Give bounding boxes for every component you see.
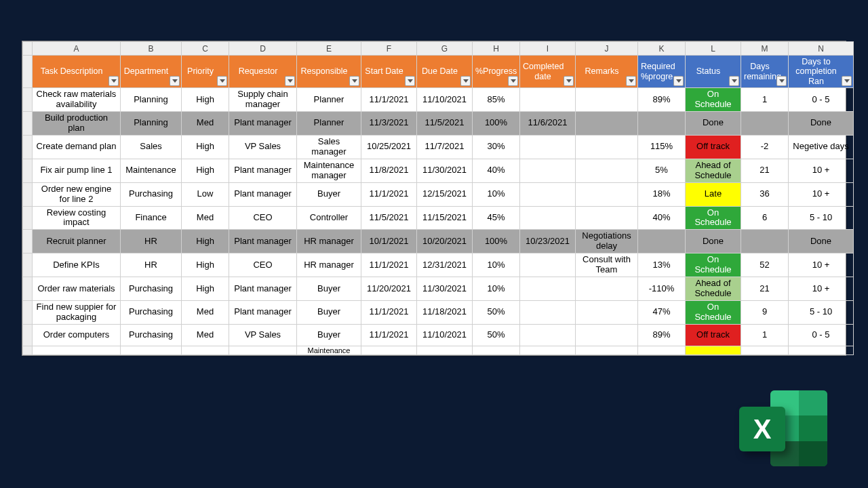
filter-dropdown-icon[interactable]: [170, 76, 180, 86]
cell[interactable]: [576, 182, 638, 206]
cell[interactable]: 11/1/2021: [361, 301, 417, 325]
header-days-remaining[interactable]: Days remaining: [741, 56, 789, 88]
cell[interactable]: High: [182, 253, 229, 277]
cell[interactable]: 11/15/2021: [417, 206, 473, 230]
header-requestor[interactable]: Requestor: [229, 56, 297, 88]
cell[interactable]: 89%: [638, 88, 686, 112]
column-header-M[interactable]: M: [741, 42, 789, 56]
cell[interactable]: Ahead of Schedule: [686, 159, 741, 182]
column-header-L[interactable]: L: [686, 42, 741, 56]
cell[interactable]: 11/30/2021: [417, 159, 473, 182]
filter-dropdown-icon[interactable]: [405, 76, 415, 86]
cell[interactable]: 11/7/2021: [417, 135, 473, 159]
cell[interactable]: 40%: [473, 159, 520, 182]
cell[interactable]: [520, 88, 576, 112]
cell[interactable]: Buyer: [297, 301, 361, 325]
cell[interactable]: Med: [182, 112, 229, 136]
cell[interactable]: 11/8/2021: [361, 159, 417, 182]
cell[interactable]: Buyer: [297, 182, 361, 206]
cell[interactable]: HR: [121, 230, 182, 253]
cell[interactable]: [741, 112, 789, 136]
cell[interactable]: CEO: [229, 253, 297, 277]
cell[interactable]: 85%: [473, 88, 520, 112]
cell[interactable]: [576, 135, 638, 159]
filter-dropdown-icon[interactable]: [564, 76, 574, 86]
cell[interactable]: VP Sales: [229, 324, 297, 346]
row-header[interactable]: [23, 230, 33, 253]
cell[interactable]: High: [182, 88, 229, 112]
cell[interactable]: 10%: [473, 182, 520, 206]
header-priority[interactable]: Priority: [182, 56, 229, 88]
cell[interactable]: 11/5/2021: [361, 206, 417, 230]
cell[interactable]: 45%: [473, 206, 520, 230]
cell[interactable]: 10 +: [789, 182, 854, 206]
cell[interactable]: [576, 206, 638, 230]
row-header[interactable]: [23, 88, 33, 112]
cell[interactable]: [576, 324, 638, 346]
cell[interactable]: HR manager: [297, 230, 361, 253]
cell[interactable]: Planner: [297, 88, 361, 112]
cell[interactable]: [520, 324, 576, 346]
cell[interactable]: High: [182, 230, 229, 253]
cell[interactable]: 11/1/2021: [361, 324, 417, 346]
column-header-F[interactable]: F: [361, 42, 417, 56]
column-header-K[interactable]: K: [638, 42, 686, 56]
cell[interactable]: Planner: [297, 112, 361, 136]
cell[interactable]: Negetive days: [789, 135, 854, 159]
cell[interactable]: 18%: [638, 182, 686, 206]
filter-dropdown-icon[interactable]: [108, 76, 119, 86]
column-header-B[interactable]: B: [121, 42, 182, 56]
cell[interactable]: [576, 277, 638, 301]
cell[interactable]: Plant manager: [229, 277, 297, 301]
cell[interactable]: On Schedule: [686, 301, 741, 325]
cell[interactable]: 10 +: [789, 253, 854, 277]
cell[interactable]: [576, 112, 638, 136]
row-header[interactable]: [23, 324, 33, 346]
cell[interactable]: High: [182, 159, 229, 182]
select-all-corner[interactable]: [23, 42, 33, 56]
cell[interactable]: Done: [686, 112, 741, 136]
filter-dropdown-icon[interactable]: [349, 76, 359, 86]
cell[interactable]: 6: [741, 206, 789, 230]
cell[interactable]: [741, 230, 789, 253]
cell[interactable]: Med: [182, 206, 229, 230]
cell[interactable]: 89%: [638, 324, 686, 346]
cell[interactable]: Purchasing: [121, 182, 182, 206]
cell[interactable]: [576, 159, 638, 182]
row-header[interactable]: [23, 112, 33, 136]
cell[interactable]: 11/20/2021: [361, 277, 417, 301]
cell[interactable]: 11/10/2021: [417, 324, 473, 346]
cell[interactable]: High: [182, 277, 229, 301]
cell[interactable]: 11/3/2021: [361, 112, 417, 136]
cell[interactable]: On Schedule: [686, 88, 741, 112]
cell[interactable]: 36: [741, 182, 789, 206]
cell[interactable]: VP Sales: [229, 135, 297, 159]
filter-dropdown-icon[interactable]: [729, 76, 739, 86]
cell[interactable]: [473, 346, 520, 354]
cell[interactable]: CEO: [229, 206, 297, 230]
cell[interactable]: Planning: [121, 112, 182, 136]
header-days-to-completion-ran[interactable]: Days to completion Ran: [789, 56, 854, 88]
cell[interactable]: 100%: [473, 230, 520, 253]
header-required-progre[interactable]: Required %progre: [638, 56, 686, 88]
cell[interactable]: 50%: [473, 324, 520, 346]
filter-dropdown-icon[interactable]: [508, 76, 518, 86]
cell[interactable]: [576, 346, 638, 354]
cell[interactable]: Off track: [686, 135, 741, 159]
column-header-C[interactable]: C: [182, 42, 229, 56]
filter-dropdown-icon[interactable]: [217, 76, 227, 86]
cell[interactable]: Plant manager: [229, 230, 297, 253]
filter-dropdown-icon[interactable]: [285, 76, 295, 86]
cell[interactable]: Find new suppier for packaging: [33, 301, 121, 325]
row-header[interactable]: [23, 56, 33, 88]
cell[interactable]: 21: [741, 159, 789, 182]
cell[interactable]: [520, 159, 576, 182]
header--progress[interactable]: %Progress: [473, 56, 520, 88]
cell[interactable]: Supply chain manager: [229, 88, 297, 112]
cell[interactable]: HR manager: [297, 253, 361, 277]
cell[interactable]: Define KPIs: [33, 253, 121, 277]
cell[interactable]: 10 +: [789, 277, 854, 301]
cell[interactable]: Order new engine for line 2: [33, 182, 121, 206]
cell[interactable]: Plant manager: [229, 159, 297, 182]
cell[interactable]: Buyer: [297, 277, 361, 301]
